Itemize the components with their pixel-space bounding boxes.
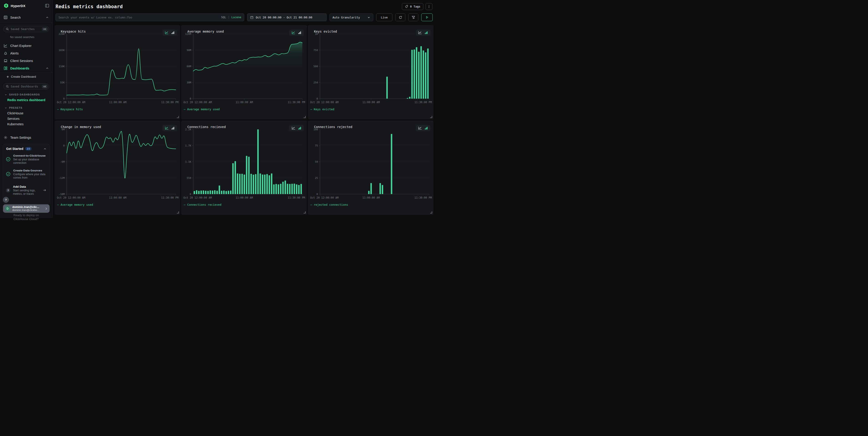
sidebar-item-chart-explorer[interactable]: Chart Explorer [0, 42, 52, 50]
live-button[interactable]: Live [376, 13, 392, 21]
line-view-icon[interactable] [291, 126, 296, 130]
resize-handle-icon[interactable] [430, 211, 432, 213]
line-view-icon[interactable] [165, 31, 168, 35]
dashboard-menu-button[interactable] [426, 3, 432, 10]
search-icon [6, 28, 9, 31]
saved-searches-input[interactable]: ⌘K [3, 26, 49, 32]
svg-text:165K: 165K [59, 49, 65, 52]
svg-text:Oct 20 12:00:00 AM: Oct 20 12:00:00 AM [183, 101, 212, 104]
sidebar-item-client-sessions[interactable]: Client Sessions [0, 57, 52, 64]
bar-view-icon[interactable] [424, 126, 428, 130]
chart-legend[interactable]: — Keys evicted [310, 108, 334, 111]
chart-legend[interactable]: — Average memory used [57, 203, 93, 206]
kebab-menu-icon [427, 5, 431, 8]
svg-text:1.1K: 1.1K [185, 161, 191, 163]
help-button[interactable]: ? [3, 197, 9, 203]
chart-legend[interactable]: — Keyspace hits [57, 108, 83, 111]
saved-searches-field[interactable] [11, 27, 40, 31]
event-search-input[interactable] [59, 16, 219, 19]
line-view-icon[interactable] [418, 126, 422, 130]
resize-handle-icon[interactable] [430, 116, 432, 118]
chart-view-toggle [416, 30, 430, 36]
svg-text:30M: 30M [187, 81, 191, 84]
event-search-bar: SQL | Lucene [56, 13, 244, 21]
dashboard-link-label: Redis metrics dashboard [7, 98, 45, 102]
calendar-icon [250, 16, 253, 19]
chart-legend[interactable]: — rejected connections [310, 203, 348, 206]
chart-legend[interactable]: — Connections recieved [184, 203, 221, 206]
no-saved-searches-text: No saved searches [10, 35, 49, 39]
shortcut-badge: ⌘K [42, 85, 48, 88]
shortcut-badge: ⌘K [42, 27, 48, 31]
bar-view-icon[interactable] [424, 31, 428, 35]
resize-handle-icon[interactable] [303, 211, 306, 213]
step-number-badge: 3 [6, 188, 10, 193]
task-add-data[interactable]: 3 Add Data Start sending logs, metrics, … [3, 181, 50, 198]
chart-legend[interactable]: — Average memory used [184, 108, 220, 111]
svg-text:11:00:00 AM: 11:00:00 AM [362, 196, 380, 199]
chart-canvas-change-in-memory-used: 6M0-6M-12M-18MOct 20 12:00:00 AM11:00:00… [55, 120, 180, 215]
svg-text:-6M: -6M [60, 161, 65, 163]
create-dashboard-button[interactable]: Create Dashboard [0, 73, 52, 80]
svg-text:11:00:00 AM: 11:00:00 AM [236, 196, 253, 199]
charts-grid: 220K165K110K55K0Oct 20 12:00:00 AM11:00:… [53, 24, 434, 215]
chart-view-toggle [289, 125, 304, 131]
task-create-data-sources[interactable]: Create Data Sources Configure where your… [3, 167, 50, 181]
chevron-up-icon[interactable] [46, 16, 49, 19]
chevron-up-icon[interactable] [43, 147, 46, 150]
granularity-select[interactable]: Auto Granularity [330, 13, 373, 21]
tags-button[interactable]: 0 Tags [402, 3, 423, 10]
chevron-down-icon [5, 93, 7, 96]
saved-dashboards-field[interactable] [11, 85, 40, 88]
resize-handle-icon[interactable] [177, 116, 179, 118]
sidebar-item-alerts[interactable]: Alerts [0, 50, 52, 57]
saved-dashboards-input[interactable]: ⌘K [3, 83, 49, 89]
bar-view-icon[interactable] [171, 31, 175, 35]
chart-view-toggle [289, 30, 304, 36]
presets-section-header[interactable]: PRESETS [5, 106, 49, 109]
sidebar-item-preset-clickhouse[interactable]: ClickHouse [7, 111, 52, 116]
sidebar-item-team-settings[interactable]: Team Settings [0, 134, 52, 141]
chevron-right-icon [44, 207, 48, 210]
task-connect-clickhouse[interactable]: Connect to ClickHouse Set up your databa… [3, 152, 50, 167]
resize-handle-icon[interactable] [303, 116, 306, 118]
sidebar-item-dashboards[interactable]: Dashboards [0, 64, 52, 72]
chart-canvas-connections-rejected: 1007550250Oct 20 12:00:00 AM11:00:00 AM1… [308, 120, 434, 215]
brand-row: HyperDX [0, 0, 52, 8]
chevron-up-icon[interactable] [46, 67, 49, 70]
svg-text:0: 0 [316, 193, 318, 196]
profile-menu-button[interactable]: D dominic.tran@clic... dominic.tran@clic… [3, 204, 50, 213]
sidebar-item-preset-kubernetes[interactable]: Kubernetes [7, 121, 52, 127]
filter-button[interactable] [408, 13, 418, 21]
refresh-button[interactable] [395, 13, 405, 21]
tag-icon [405, 5, 408, 8]
collapse-sidebar-icon[interactable] [45, 4, 49, 8]
svg-text:-12M: -12M [59, 177, 65, 179]
lucene-mode-toggle[interactable]: Lucene [231, 16, 241, 19]
bar-view-icon[interactable] [298, 31, 302, 35]
gear-icon [4, 136, 7, 139]
bar-view-icon[interactable] [171, 126, 175, 130]
line-view-icon[interactable] [165, 126, 168, 130]
date-range-picker[interactable]: Oct 20 00:00:00 - Oct 21 00:00:00 [247, 13, 327, 21]
promo-line1: Ready to deploy on [13, 213, 39, 217]
chart-canvas-keys-evicted: 1K7505002500Oct 20 12:00:00 AM11:00:00 A… [308, 25, 434, 119]
sql-mode-toggle[interactable]: SQL [221, 16, 226, 19]
plus-icon [6, 76, 9, 78]
saved-dashboards-section-header[interactable]: SAVED DASHBOARDS [5, 93, 49, 96]
create-dashboard-label: Create Dashboard [11, 75, 36, 78]
svg-text:11:30:00 PM: 11:30:00 PM [288, 101, 305, 104]
sidebar-item-search[interactable]: Search [0, 14, 52, 23]
get-started-title: Get Started [6, 147, 23, 151]
resize-handle-icon[interactable] [177, 211, 179, 213]
sidebar-item-redis-metrics-dashboard[interactable]: Redis metrics dashboard [7, 97, 52, 103]
svg-text:0: 0 [316, 97, 318, 100]
chart-panel-change-in-memory-used: 6M0-6M-12M-18MOct 20 12:00:00 AM11:00:00… [55, 120, 180, 215]
line-view-icon[interactable] [418, 31, 422, 35]
sidebar-item-preset-services[interactable]: Services [7, 116, 52, 121]
chart-view-toggle [162, 30, 177, 36]
bar-view-icon[interactable] [298, 126, 302, 130]
run-query-button[interactable] [421, 13, 433, 21]
arrow-right-icon[interactable] [43, 188, 46, 192]
line-view-icon[interactable] [291, 31, 296, 35]
